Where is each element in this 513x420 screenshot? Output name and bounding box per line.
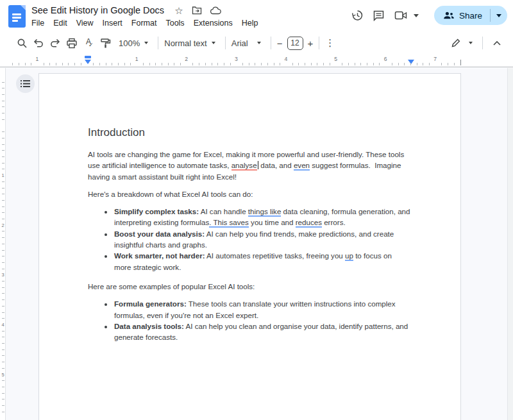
text-run: AI automates repetitive tasks, freeing y…	[205, 251, 345, 260]
editing-pencil-icon[interactable]	[448, 35, 464, 51]
zoom-dropdown-icon[interactable]	[144, 42, 148, 44]
ruler-tick	[392, 63, 392, 65]
collapse-toolbar-icon[interactable]	[489, 35, 505, 51]
show-outline-button[interactable]	[16, 74, 35, 93]
ruler-tick	[62, 63, 63, 65]
ruler-tick	[217, 63, 218, 65]
menu-insert[interactable]: Insert	[98, 17, 127, 29]
move-folder-icon[interactable]	[192, 6, 202, 15]
search-icon[interactable]	[13, 35, 30, 51]
zoom-select[interactable]: 100%	[119, 38, 140, 48]
font-select[interactable]: Arial	[231, 38, 248, 48]
ruler-tick	[2, 82, 4, 83]
paragraph-style-dropdown-icon[interactable]	[212, 42, 215, 44]
bullet-list: Simplify complex tasks: AI can handle th…	[88, 206, 410, 273]
document-page[interactable]: Introduction AI tools are changing the g…	[38, 73, 461, 420]
share-button-main[interactable]: Share	[434, 6, 490, 25]
ruler-tick	[68, 63, 69, 65]
decrease-font-icon[interactable]: −	[277, 38, 283, 49]
ruler-tick	[2, 163, 4, 164]
share-button[interactable]: Share	[434, 6, 507, 25]
menu-extensions[interactable]: Extensions	[189, 17, 237, 29]
font-size-input[interactable]	[287, 37, 303, 50]
doc-heading: Introduction	[88, 126, 410, 140]
video-call-dropdown-icon[interactable]	[414, 14, 419, 17]
ruler-tick	[379, 63, 380, 65]
font-dropdown-icon[interactable]	[257, 42, 261, 44]
left-indent-marker[interactable]	[85, 60, 91, 64]
more-options-icon[interactable]: ⋮	[325, 37, 335, 49]
increase-font-icon[interactable]: +	[308, 38, 314, 49]
text-run: things like	[248, 207, 282, 217]
ruler-tick	[261, 63, 262, 65]
ruler-tick	[249, 63, 249, 65]
toolbar-separator	[482, 37, 483, 49]
ruler-tick	[355, 63, 355, 65]
menu-help[interactable]: Help	[237, 17, 263, 29]
ruler-tick	[12, 63, 13, 65]
undo-icon[interactable]	[30, 35, 47, 51]
ruler-tick	[224, 63, 224, 65]
editing-mode-dropdown-icon[interactable]	[469, 42, 473, 44]
ruler-tick	[2, 318, 4, 319]
ruler-tick	[2, 393, 4, 394]
docs-logo[interactable]	[8, 5, 26, 28]
toolbar: A ✓ 100% Normal text Arial − + ⋮	[0, 31, 513, 55]
text-run: analyse	[231, 161, 257, 171]
ruler-tick	[44, 63, 44, 65]
ruler-tick	[429, 63, 430, 65]
ruler-tick	[2, 343, 4, 344]
menu-tools[interactable]: Tools	[161, 17, 189, 29]
ruler-tick	[2, 237, 4, 238]
version-history-icon[interactable]	[346, 5, 368, 26]
ruler-tick	[2, 399, 4, 399]
ruler-tick	[205, 63, 206, 65]
menu-file[interactable]: File	[27, 17, 49, 29]
ruler-tick	[230, 63, 231, 65]
vertical-scrollbar[interactable]	[507, 68, 513, 420]
ruler-tick	[2, 349, 4, 350]
print-icon[interactable]	[63, 35, 80, 51]
cloud-saved-icon[interactable]	[210, 6, 221, 15]
ruler-tick	[25, 63, 26, 65]
text-run: data, and	[258, 161, 294, 169]
menu-edit[interactable]: Edit	[49, 17, 72, 29]
ruler-tick	[255, 63, 255, 65]
ruler-tick	[124, 63, 125, 65]
first-line-indent-marker[interactable]	[85, 56, 91, 58]
document-title[interactable]: See Edit History in Google Docs	[31, 5, 164, 15]
video-call-button[interactable]	[390, 5, 419, 26]
ruler-number: 3	[0, 272, 6, 278]
comments-icon[interactable]	[368, 5, 390, 26]
paragraph-style-select[interactable]: Normal text	[164, 38, 206, 48]
horizontal-ruler[interactable]: 11234567	[0, 55, 513, 67]
text-run: you time and	[249, 218, 296, 226]
ruler-number: 3	[235, 56, 238, 62]
vertical-ruler[interactable]: 12345	[0, 68, 6, 420]
redo-icon[interactable]	[47, 35, 63, 51]
share-dropdown-button[interactable]	[491, 6, 507, 25]
paragraph: Here are some examples of popular Excel …	[88, 281, 410, 292]
ruler-tick	[31, 63, 31, 65]
spell-check-icon[interactable]: A ✓	[80, 35, 97, 51]
ruler-tick	[2, 200, 4, 201]
ruler-tick	[199, 63, 199, 65]
doc-content: AI tools are changing the game for Excel…	[88, 149, 410, 342]
bullet-item: Work smarter, not harder: AI automates r…	[114, 250, 410, 273]
ruler-tick	[2, 269, 4, 269]
ruler-number: 4	[0, 321, 6, 327]
text-run: Here's a breakdown of what Excel AI tool…	[88, 190, 253, 198]
google-docs-window: See Edit History in Google Docs ☆ FileEd…	[0, 0, 513, 420]
ruler-tick	[2, 219, 4, 219]
star-icon[interactable]: ☆	[174, 6, 183, 15]
ruler-tick	[2, 106, 4, 107]
menu-format[interactable]: Format	[127, 17, 162, 29]
ruler-number: 1	[135, 56, 139, 62]
ruler-tick	[118, 63, 119, 65]
text-run: Simplify complex tasks:	[114, 207, 199, 215]
video-call-icon[interactable]	[390, 5, 412, 26]
menu-view[interactable]: View	[72, 17, 98, 29]
ruler-tick	[2, 312, 4, 313]
paint-format-icon[interactable]	[97, 35, 114, 51]
ruler-number: 4	[285, 56, 288, 62]
